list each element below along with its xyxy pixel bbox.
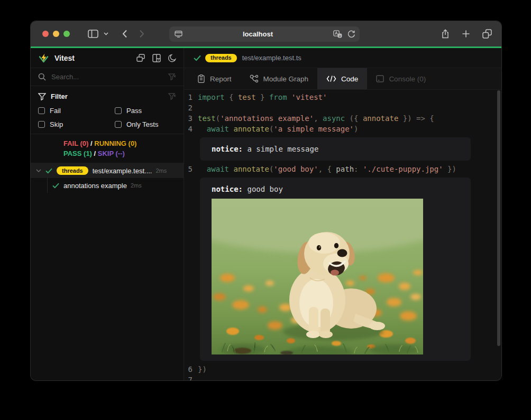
- page-settings-icon[interactable]: [175, 31, 182, 38]
- funnel-icon: [38, 93, 46, 100]
- test-case-row[interactable]: annotations example 2ms: [31, 178, 184, 193]
- app-title: Vitest: [54, 54, 136, 62]
- minimize-window-button[interactable]: [53, 31, 59, 37]
- pass-count: PASS (1): [63, 150, 92, 157]
- share-icon[interactable]: [441, 29, 450, 39]
- fail-count: FAIL (0): [63, 139, 88, 147]
- clear-filter-icon[interactable]: [168, 73, 176, 81]
- report-clipboard-icon: [197, 74, 205, 83]
- annotation-label: notice:: [212, 185, 243, 193]
- search-row: [31, 68, 184, 86]
- tab-module-graph[interactable]: Module Graph: [241, 68, 318, 89]
- tab-overview-icon[interactable]: [482, 29, 492, 39]
- address-bar[interactable]: localhost a: [169, 26, 360, 42]
- open-file-name: test/example.test.ts: [242, 54, 301, 62]
- annotation-message: a simple message: [247, 145, 318, 153]
- indent-guide: [36, 178, 48, 193]
- main-panel: threads test/example.test.ts Report: [184, 48, 501, 380]
- search-input[interactable]: [51, 73, 168, 81]
- tab-bar: Report Module Graph: [184, 68, 501, 90]
- dashboard-icon[interactable]: [152, 54, 161, 62]
- code-line: 5 await annotate('good boy', { path: './…: [184, 164, 501, 174]
- pool-badge: threads: [205, 54, 237, 62]
- window-controls: [42, 31, 70, 37]
- annotation-notice: notice: a simple message: [200, 137, 471, 161]
- checkbox[interactable]: [115, 107, 122, 114]
- code-brackets-icon: [326, 75, 336, 82]
- filter-checkbox-pass[interactable]: Pass: [115, 107, 176, 115]
- code-line: 4 await annotate('a simple message'): [184, 124, 501, 134]
- code-segment: 5 await annotate('good boy', { path: './…: [184, 164, 501, 174]
- filter-title: Filter: [51, 92, 168, 100]
- checkbox[interactable]: [115, 121, 122, 128]
- scrollbar[interactable]: [497, 90, 500, 346]
- running-count: RUNNING (0): [94, 139, 136, 147]
- tab-report[interactable]: Report: [188, 68, 241, 89]
- sidebar-header: Vitest: [31, 48, 184, 68]
- checkbox[interactable]: [38, 121, 45, 128]
- test-file-row[interactable]: threads test/example.test.... 2ms: [31, 163, 184, 178]
- line-number: 4: [184, 124, 198, 134]
- filter-checkbox-skip[interactable]: Skip: [38, 120, 115, 128]
- sidebar: Vitest: [31, 48, 184, 380]
- line-number: 6: [184, 364, 198, 375]
- code-line: 3test('annotations example', async ({ an…: [184, 113, 501, 124]
- dark-mode-moon-icon[interactable]: [168, 54, 176, 62]
- code-segment: 6})7: [184, 364, 501, 380]
- filter-checkbox-only-tests[interactable]: Only Tests: [115, 120, 176, 128]
- pool-badge: threads: [57, 166, 88, 175]
- pass-check-icon: [194, 55, 201, 61]
- new-tab-icon[interactable]: [462, 30, 470, 38]
- test-duration: 2ms: [131, 182, 142, 189]
- windows-stack-icon[interactable]: [136, 54, 145, 62]
- url-text: localhost: [182, 30, 333, 38]
- line-number: 5: [184, 164, 198, 174]
- code-line: 6}): [184, 364, 501, 375]
- test-file-name: test/example.test....: [93, 167, 152, 175]
- annotation-message: good boy: [247, 185, 282, 193]
- code-editor[interactable]: 1import { test } from 'vitest'23test('an…: [184, 90, 501, 380]
- console-panel-icon: [376, 75, 384, 82]
- chevron-down-icon[interactable]: [36, 169, 41, 173]
- code-line: 1import { test } from 'vitest': [184, 92, 501, 102]
- test-summary: FAIL (0) / RUNNING (0) PASS (1) / SKIP (…: [31, 134, 184, 163]
- checkbox[interactable]: [38, 107, 45, 114]
- line-number: 2: [184, 102, 198, 113]
- browser-toolbar: localhost a: [31, 21, 501, 46]
- back-button[interactable]: [122, 30, 127, 38]
- sidebar-toggle-icon[interactable]: [88, 30, 98, 38]
- line-number: 1: [184, 92, 198, 102]
- code-segment: 1import { test } from 'vitest'23test('an…: [184, 92, 501, 134]
- reload-icon[interactable]: [347, 30, 355, 38]
- code-line: 2: [184, 102, 501, 113]
- line-number: 7: [184, 375, 198, 380]
- forward-button[interactable]: [139, 30, 144, 38]
- zoom-window-button[interactable]: [63, 31, 70, 37]
- skip-count: SKIP (--): [98, 150, 125, 157]
- test-duration: 2ms: [155, 167, 167, 174]
- vitest-logo-icon: [38, 53, 49, 63]
- annotation-notice: notice: good boy: [200, 178, 471, 361]
- line-number: 3: [184, 113, 198, 124]
- annotation-label: notice:: [212, 145, 243, 153]
- tab-code[interactable]: Code: [317, 68, 367, 89]
- module-graph-icon: [250, 74, 259, 83]
- pass-check-icon: [52, 183, 59, 189]
- close-window-button[interactable]: [42, 31, 49, 37]
- filter-section: Filter Fail Pass: [31, 86, 184, 134]
- file-header: threads test/example.test.ts: [184, 48, 501, 68]
- pass-check-icon: [45, 168, 52, 174]
- translate-icon[interactable]: a: [333, 30, 342, 38]
- browser-window: localhost a: [31, 21, 501, 380]
- search-icon: [38, 73, 46, 81]
- filter-checkbox-fail[interactable]: Fail: [38, 107, 115, 115]
- code-line: 7: [184, 375, 501, 380]
- tab-console[interactable]: Console (0): [367, 68, 435, 89]
- svg-text:a: a: [338, 34, 341, 38]
- clear-filter-icon[interactable]: [168, 93, 176, 100]
- test-case-name: annotations example: [63, 182, 127, 190]
- cute-puppy-photo: [212, 199, 459, 354]
- chevron-down-icon[interactable]: [104, 32, 108, 35]
